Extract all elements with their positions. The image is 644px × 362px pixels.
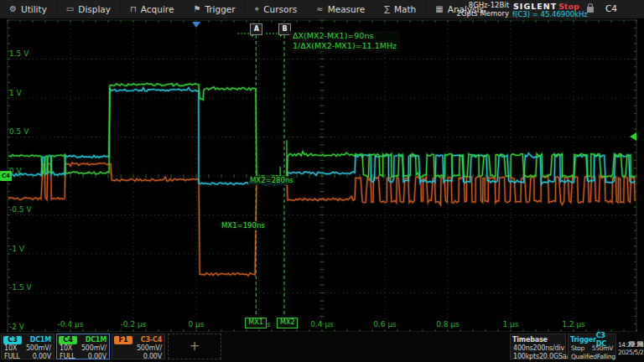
c3-offset: 0.00V <box>33 353 51 361</box>
c4-offset: 0.00V <box>88 353 106 361</box>
timebase-scale: 200ns/div <box>533 344 564 353</box>
menu-trigger-label: Trigger <box>205 0 235 18</box>
menu-acquire[interactable]: ⊓Acquire <box>121 0 184 18</box>
x-axis-label: -0.4 µs <box>52 320 89 328</box>
menu-math[interactable]: ∑Math <box>375 0 426 18</box>
c4-coupling: DC1M <box>86 336 106 344</box>
menu-cursors[interactable]: ⌖Cursors <box>246 0 308 18</box>
channel-chip-c4[interactable]: C4 <box>59 336 77 344</box>
menu-math-label: Math <box>394 0 416 18</box>
cursor-delta-x: ΔX(MX2-MX1)=90ns <box>293 31 397 41</box>
timebase-points: 100kpts <box>513 353 539 361</box>
menu-acquire-label: Acquire <box>141 0 174 18</box>
datetime-box: 14:22:28 2025/5/21 <box>618 334 643 359</box>
y-axis-label: 1 V <box>9 89 22 97</box>
clock-time: 14:22:28 <box>618 341 643 349</box>
measure-icon: ≈ <box>316 0 323 18</box>
mx1-value-annotation: MX1=190ns <box>220 221 267 230</box>
menu-display[interactable]: ▭Display <box>57 0 121 18</box>
cursor-icon: ⌖ <box>255 0 260 18</box>
hardware-info: 8GHz-12Bit 2Gpts Memory <box>457 2 509 18</box>
trigger-title: Trigger <box>570 336 596 344</box>
c4-bandwidth: FULL <box>60 353 75 361</box>
cursor-mx1-label[interactable]: MX1 <box>245 318 266 328</box>
trigger-state: Stop <box>571 344 584 353</box>
menu-bar: ⚙Utility ▭Display ⊓Acquire ⚑Trigger ⌖Cur… <box>0 0 644 18</box>
channel-box-f1[interactable]: F1C3-C4 500mV/ 0.00V <box>112 334 165 359</box>
plus-icon: + <box>190 339 200 354</box>
c3-probe: 10X <box>4 344 17 353</box>
menu-measure-label: Measure <box>328 0 366 18</box>
channel-chip-c3[interactable]: C3 <box>3 336 22 344</box>
trigger-type: Qualified <box>571 353 597 361</box>
cursor-inverse-delta-x: 1/ΔX(MX2-MX1)=11.1MHz <box>293 41 397 51</box>
y-axis-label: -0.5 V <box>9 205 32 214</box>
y-axis-label: -1.5 V <box>9 283 32 292</box>
channel-offset-marker-c4[interactable]: C4 <box>0 171 12 181</box>
y-axis-label: 1.5 V <box>9 49 29 58</box>
menu-cursors-label: Cursors <box>263 0 297 18</box>
timebase-title: Timebase <box>512 336 548 344</box>
c4-scale: 500mV/ <box>81 344 106 353</box>
c4-probe: 10X <box>60 344 72 353</box>
f1-scale: 500mV/ <box>137 344 162 353</box>
display-icon: ▭ <box>66 0 74 18</box>
x-axis-label: 0.8 µs <box>429 320 466 328</box>
analysis-icon: ▦ <box>435 0 443 18</box>
active-channel-label[interactable]: C4 <box>605 3 617 13</box>
channel-box-c4[interactable]: C4DC1M 10X500mV/ FULL0.00V <box>56 334 110 359</box>
cursor-a-handle[interactable]: A <box>250 23 262 35</box>
menu-trigger[interactable]: ⚑Trigger <box>184 0 245 18</box>
menu-display-label: Display <box>78 0 111 18</box>
trigger-slope: Falling <box>597 353 615 361</box>
f1-offset: 0.00V <box>143 353 162 361</box>
acquire-icon: ⊓ <box>130 0 137 18</box>
x-axis-label: 1.2 µs <box>555 320 592 328</box>
oscilloscope-screen: ⚙Utility ▭Display ⊓Acquire ⚑Trigger ⌖Cur… <box>0 0 644 362</box>
x-axis-label: 0 µs <box>178 320 215 328</box>
mx2-value-annotation: MX2=280ns <box>248 176 295 185</box>
menu-measure[interactable]: ≈Measure <box>307 0 375 18</box>
y-axis-label: -2 V <box>9 323 24 331</box>
y-axis-label: -1 V <box>9 245 24 253</box>
x-axis-label: 0.6 µs <box>366 320 403 328</box>
menu-utility-label: Utility <box>21 0 47 18</box>
channel-box-c3[interactable]: C3DC1M 10X500mV/ FULL0.00V <box>1 334 55 359</box>
timebase-box[interactable]: Timebase 400ns200ns/div 100kpts20.0GSa/s <box>510 334 566 359</box>
channel-chip-f1[interactable]: F1 <box>114 336 132 344</box>
trigger-delay-marker-icon[interactable] <box>192 22 200 28</box>
frequency-counter: f(C3) = 45.46900kHz <box>512 10 588 18</box>
lock-icon[interactable] <box>587 7 594 13</box>
x-axis-label: 1 µs <box>492 320 529 328</box>
add-channel-box[interactable]: + <box>168 334 221 359</box>
cursor-mx2-label[interactable]: MX2 <box>277 318 298 328</box>
clock-date: 2025/5/21 <box>618 349 643 356</box>
x-axis-label: 0.4 µs <box>304 320 340 328</box>
memory-label: 2Gpts Memory <box>457 10 509 18</box>
c3-scale: 500mV/ <box>26 344 51 353</box>
f1-source: C3-C4 <box>141 336 162 344</box>
gear-icon: ⚙ <box>9 0 17 18</box>
trigger-level-marker-icon[interactable] <box>630 132 636 141</box>
c3-coupling: DC1M <box>30 336 51 344</box>
menu-utility[interactable]: ⚙Utility <box>0 0 57 18</box>
status-bar: C3DC1M 10X500mV/ FULL0.00V C4DC1M 10X500… <box>0 332 644 362</box>
trigger-level: 550mV <box>592 344 613 353</box>
math-icon: ∑ <box>384 0 390 18</box>
c3-bandwidth: FULL <box>4 353 20 361</box>
cursor-readout-panel[interactable]: ΔX(MX2-MX1)=90ns 1/ΔX(MX2-MX1)=11.1MHz <box>289 31 400 51</box>
x-axis-label: -0.2 µs <box>115 320 152 328</box>
timebase-delay: 400ns <box>513 344 533 353</box>
flag-icon: ⚑ <box>193 0 200 18</box>
y-axis-label: 0.5 V <box>9 127 29 136</box>
trigger-box[interactable]: TriggerC3 DC Stop550mV QualifiedFalling <box>568 334 616 359</box>
